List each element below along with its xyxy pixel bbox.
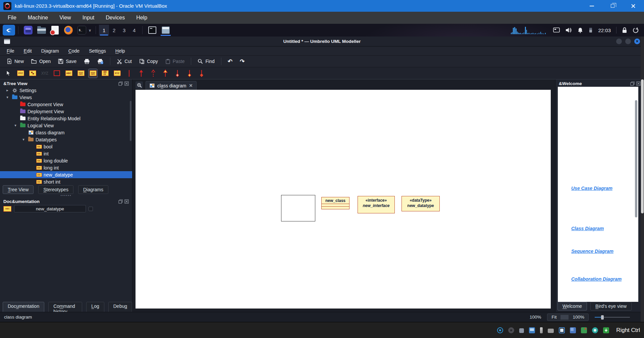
tree-item-int[interactable]: int xyxy=(0,150,132,157)
expanded-arrow-icon[interactable]: ▾ xyxy=(21,137,26,142)
text-editor-icon[interactable] xyxy=(51,26,59,35)
copy-button[interactable]: Copy xyxy=(136,57,161,66)
component-tool-icon[interactable] xyxy=(28,69,37,78)
float-panel-icon[interactable] xyxy=(118,81,123,86)
aggregation-tool-icon[interactable] xyxy=(173,69,182,78)
box-widget[interactable] xyxy=(281,195,315,221)
vbox-menu-machine[interactable]: Machine xyxy=(23,13,52,22)
tree-item-settings[interactable]: ▸ Settings xyxy=(0,87,132,94)
zoom-value-button[interactable]: 100% xyxy=(569,315,588,320)
optical-drives-icon[interactable] xyxy=(508,327,514,333)
notifications-bell-icon[interactable] xyxy=(577,27,583,33)
tab-birds-eye-view[interactable]: Bird's eye view xyxy=(590,302,632,311)
close-panel-icon[interactable] xyxy=(636,81,641,86)
tree-item-deployment-view[interactable]: Deployment View xyxy=(0,108,132,115)
workspace-4[interactable]: 4 xyxy=(129,25,139,36)
cut-button[interactable]: Cut xyxy=(113,57,135,66)
menu-help[interactable]: Help xyxy=(111,47,129,55)
tree-item-bool[interactable]: bool xyxy=(0,143,132,150)
tree-item-entity-relationship-model[interactable]: Entity Relationship Model xyxy=(0,115,132,122)
use-case-diagram-link[interactable]: Use Case Diagram xyxy=(571,186,612,191)
guest-vertical-scrollbar[interactable] xyxy=(641,37,644,322)
drag-drop-icon[interactable] xyxy=(603,327,609,333)
print-preview-button[interactable] xyxy=(94,57,107,66)
undo-button[interactable]: ↶ xyxy=(224,56,236,67)
association-tool-icon[interactable] xyxy=(125,69,133,78)
tree-item-views[interactable]: ▾ Views xyxy=(0,94,132,101)
recording-icon[interactable] xyxy=(570,327,576,333)
tree-item-long-int[interactable]: long int xyxy=(0,164,132,171)
find-button[interactable]: Find xyxy=(194,57,218,66)
menu-settings[interactable]: Settings xyxy=(85,47,110,55)
containment-tool-icon[interactable] xyxy=(197,69,206,78)
menu-diagram[interactable]: Diagram xyxy=(37,47,63,55)
clock[interactable]: 22:03 xyxy=(598,27,611,33)
menu-file[interactable]: File xyxy=(3,47,18,55)
terminal-launcher-icon[interactable]: $_ xyxy=(77,26,86,35)
tree-item-component-view[interactable]: Component View xyxy=(0,101,132,108)
vbox-menu-help[interactable]: Help xyxy=(132,13,152,22)
datatype-widget[interactable]: «dataType» new_datatype xyxy=(401,196,440,211)
tree-item-long-double[interactable]: long double xyxy=(0,157,132,164)
tab-stereotypes[interactable]: Stereotypes xyxy=(38,185,73,194)
umbrello-window-button[interactable] xyxy=(162,26,170,34)
vbox-menu-view[interactable]: View xyxy=(55,13,75,22)
datatype-tool-icon[interactable] xyxy=(89,69,97,78)
terminal-window-button[interactable] xyxy=(148,26,156,34)
expanded-arrow-icon[interactable]: ▾ xyxy=(13,123,18,128)
class-widget[interactable]: new_class xyxy=(321,197,350,209)
package-tool-icon[interactable] xyxy=(113,69,121,78)
minimize-button[interactable] xyxy=(589,3,594,9)
paste-button[interactable]: Paste xyxy=(162,57,188,66)
close-button[interactable] xyxy=(631,3,636,9)
box-tool-icon[interactable] xyxy=(52,69,61,78)
vbox-menu-input[interactable]: Input xyxy=(78,13,99,22)
expanded-arrow-icon[interactable]: ▾ xyxy=(5,95,10,99)
tree-item-datatypes[interactable]: ▾ Datatypes xyxy=(0,136,132,143)
shared-folders-icon[interactable] xyxy=(548,329,554,333)
collaboration-diagram-link[interactable]: Collaboration Diagram xyxy=(571,276,622,282)
close-tab-icon[interactable]: ✕ xyxy=(189,83,193,88)
select-tool-icon[interactable] xyxy=(4,69,13,78)
tree-item-logical-view[interactable]: ▾ Logical View xyxy=(0,122,132,129)
tree-item-class-diagram[interactable]: class diagram xyxy=(0,129,132,136)
collapsed-arrow-icon[interactable]: ▸ xyxy=(5,88,10,92)
vbox-menu-devices[interactable]: Devices xyxy=(101,13,129,22)
tab-welcome[interactable]: Welcome xyxy=(557,302,587,311)
audio-icon[interactable] xyxy=(519,328,524,333)
documentation-item-field[interactable]: new_datatype xyxy=(14,205,86,212)
close-panel-icon[interactable] xyxy=(124,81,129,86)
volume-icon[interactable] xyxy=(565,27,572,33)
class-tool-icon[interactable] xyxy=(64,69,73,78)
usb-icon[interactable] xyxy=(540,327,543,333)
workspace-3[interactable]: 3 xyxy=(119,25,129,36)
class-diagram-link[interactable]: Class Diagram xyxy=(571,226,604,231)
display-tray-icon[interactable] xyxy=(553,27,560,33)
umbrello-close-button[interactable]: ✕ xyxy=(634,39,640,44)
power-icon[interactable] xyxy=(633,27,639,33)
welcome-scrollbar[interactable] xyxy=(635,100,637,217)
network-icon[interactable] xyxy=(529,327,535,333)
generalization-tool-icon[interactable] xyxy=(161,69,170,78)
zoom-slider[interactable] xyxy=(595,315,630,320)
interface-widget[interactable]: «interface» new_interface xyxy=(358,196,395,213)
battery-status-icon[interactable] xyxy=(589,27,593,33)
workspace-2[interactable]: 2 xyxy=(109,25,119,36)
object-tool-icon[interactable] xyxy=(16,69,25,78)
text-tool-icon[interactable]: XYZ xyxy=(40,69,49,78)
kali-menu-button[interactable] xyxy=(3,25,15,36)
zoom-slider-handle[interactable] xyxy=(601,315,604,320)
tree-scrollbar[interactable] xyxy=(130,101,131,141)
restore-button[interactable] xyxy=(610,3,615,9)
tab-tree-view[interactable]: Tree View xyxy=(3,185,34,194)
tree-item-short-int[interactable]: short int xyxy=(0,178,132,185)
save-button[interactable]: Save xyxy=(55,57,80,66)
sequence-diagram-link[interactable]: Sequence Diagram xyxy=(571,249,613,254)
new-diagram-button[interactable] xyxy=(136,81,143,89)
firefox-icon[interactable] xyxy=(64,26,73,35)
diagram-canvas[interactable]: new_class «interface» new_interface «dat… xyxy=(136,90,551,309)
open-button[interactable]: Open xyxy=(28,57,54,66)
interface-tool-icon[interactable] xyxy=(76,69,85,78)
launcher-dropdown-icon[interactable]: ∨ xyxy=(89,28,91,32)
float-panel-icon[interactable] xyxy=(630,81,635,86)
